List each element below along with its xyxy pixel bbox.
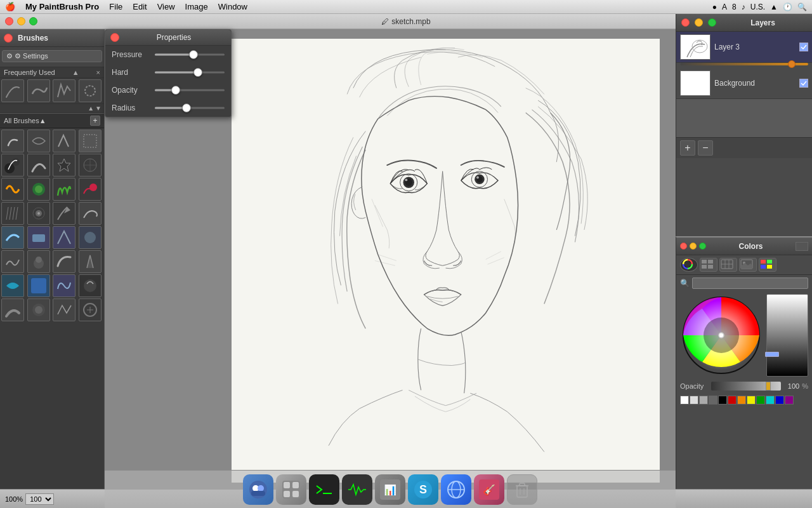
swatch-lightgray[interactable]	[690, 396, 698, 404]
swatch-gray[interactable]	[699, 396, 708, 404]
opacity-slider[interactable]	[155, 85, 225, 95]
brush-5[interactable]	[1, 154, 24, 177]
brush-6[interactable]	[27, 154, 50, 177]
brush-3[interactable]	[53, 130, 75, 152]
canvas[interactable]	[232, 39, 660, 483]
dock-skype[interactable]: S	[408, 474, 438, 505]
layers-min-button[interactable]	[695, 18, 703, 27]
background-layer-item[interactable]: Background	[676, 68, 812, 99]
color-image-button[interactable]	[739, 258, 757, 272]
brush-25[interactable]	[1, 274, 24, 297]
brush-30[interactable]	[27, 298, 50, 321]
menu-view[interactable]: View	[157, 2, 175, 11]
brush-16[interactable]	[79, 202, 102, 225]
swatch-blue[interactable]	[775, 396, 784, 404]
brush-freq-1[interactable]	[1, 79, 24, 102]
colors-min-button[interactable]	[690, 243, 697, 250]
dock-finder[interactable]	[243, 474, 273, 505]
colors-close-button[interactable]	[680, 243, 687, 250]
brush-freq-2[interactable]	[27, 79, 50, 102]
brush-7[interactable]	[53, 154, 75, 177]
brush-2[interactable]	[27, 130, 50, 152]
props-close-button[interactable]	[110, 33, 119, 42]
brush-freq-3[interactable]	[53, 79, 75, 102]
menu-window[interactable]: Window	[218, 2, 247, 11]
brush-10[interactable]	[27, 178, 50, 201]
brush-20[interactable]	[79, 226, 102, 249]
apple-menu[interactable]: 🍎	[5, 2, 15, 11]
add-layer-button[interactable]: +	[680, 140, 695, 156]
brush-9[interactable]	[1, 178, 24, 201]
layers-close-button[interactable]	[681, 18, 690, 27]
brush-4[interactable]	[79, 130, 102, 152]
brush-13[interactable]	[1, 202, 24, 225]
brush-freq-4[interactable]	[79, 79, 102, 102]
swatch-purple[interactable]	[785, 396, 794, 404]
dock-launchpad[interactable]	[276, 474, 306, 505]
brush-21[interactable]	[1, 250, 24, 273]
brush-23[interactable]	[53, 250, 75, 273]
settings-button[interactable]: ⚙ ⚙ Settings	[2, 50, 102, 62]
radius-slider[interactable]	[155, 103, 225, 113]
menu-image[interactable]: Image	[185, 2, 208, 11]
color-wheel[interactable]	[680, 294, 763, 377]
brushes-close-button[interactable]	[4, 34, 13, 43]
swatch-red[interactable]	[728, 396, 737, 404]
color-value-thumb[interactable]	[765, 352, 779, 357]
dock-browser[interactable]	[441, 474, 471, 505]
brush-18[interactable]	[27, 226, 50, 249]
maximize-button[interactable]	[29, 17, 37, 25]
color-value-slider[interactable]	[766, 294, 808, 377]
swatch-cyan[interactable]	[766, 396, 775, 404]
brush-14[interactable]	[27, 202, 50, 225]
color-swatch-button[interactable]	[759, 258, 776, 272]
remove-layer-button[interactable]: −	[698, 140, 713, 156]
dock-terminal[interactable]	[309, 474, 339, 505]
layer-3-visibility[interactable]	[799, 43, 808, 51]
brush-32[interactable]	[79, 298, 102, 321]
freq-scroll-up[interactable]: ▲	[88, 105, 94, 112]
layers-max-button[interactable]	[708, 18, 716, 27]
pressure-slider[interactable]	[155, 50, 225, 60]
minimize-button[interactable]	[17, 17, 25, 25]
color-wheel-button[interactable]	[680, 258, 698, 272]
dock-trash[interactable]	[507, 474, 537, 505]
layer-3-slider[interactable]	[680, 63, 808, 65]
brush-28[interactable]	[79, 274, 102, 297]
swatch-yellow[interactable]	[747, 396, 756, 404]
all-brushes-scroll[interactable]	[0, 128, 104, 489]
search-icon[interactable]: 🔍	[797, 3, 807, 11]
background-visibility[interactable]	[799, 79, 808, 88]
brush-24[interactable]	[79, 250, 102, 273]
brush-31[interactable]	[53, 298, 75, 321]
freq-scroll-down[interactable]: ▼	[95, 105, 102, 112]
dock-activity[interactable]	[342, 474, 372, 505]
dock-contacts[interactable]: 📊	[375, 474, 405, 505]
brush-27[interactable]	[53, 274, 75, 297]
close-button[interactable]	[5, 17, 13, 25]
swatch-darkgray[interactable]	[709, 396, 717, 404]
dock-music[interactable]: 🎸	[474, 474, 504, 505]
brush-17[interactable]	[1, 226, 24, 249]
brush-26[interactable]	[27, 274, 50, 297]
brush-15[interactable]	[53, 202, 75, 225]
opacity-slider[interactable]	[711, 382, 781, 391]
hard-slider[interactable]	[155, 67, 225, 77]
brush-11[interactable]	[53, 178, 75, 201]
color-search-field[interactable]	[692, 277, 808, 289]
brush-19[interactable]	[53, 226, 75, 249]
colors-collapse-button[interactable]	[796, 242, 808, 251]
brush-29[interactable]	[1, 298, 24, 321]
color-grid-button[interactable]	[700, 258, 717, 272]
brush-22[interactable]	[27, 250, 50, 273]
layer-3-item[interactable]: Layer 3	[676, 32, 812, 63]
menu-file[interactable]: File	[109, 2, 122, 11]
add-brush-button[interactable]: +	[90, 116, 100, 126]
color-palette-button[interactable]	[719, 258, 737, 272]
swatch-black[interactable]	[718, 396, 727, 404]
brush-8[interactable]	[79, 154, 102, 177]
swatch-white[interactable]	[680, 396, 689, 404]
brush-12[interactable]	[79, 178, 102, 201]
swatch-green[interactable]	[756, 396, 765, 404]
swatch-orange[interactable]	[737, 396, 746, 404]
